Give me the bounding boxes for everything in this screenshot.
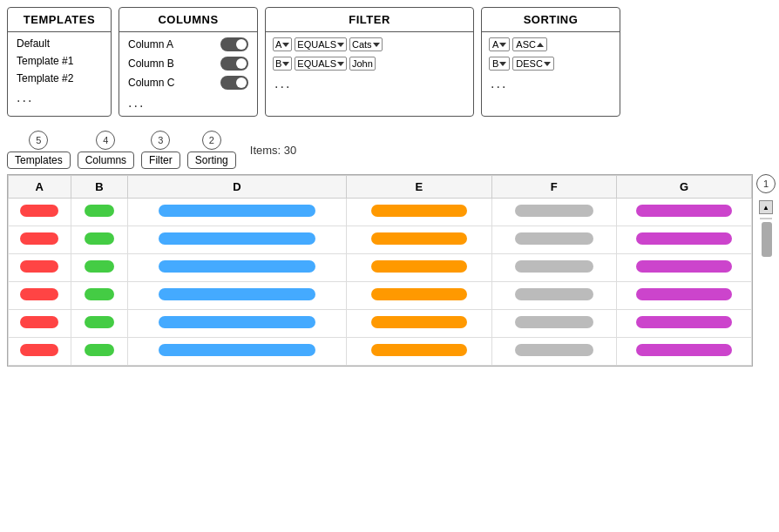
columns-panel: COLUMNS Column A Column B Column C ... — [119, 7, 258, 117]
sort-dir-1-arrow — [544, 62, 551, 66]
cell-d-4 — [159, 288, 315, 300]
step-2: 2 Sorting — [187, 131, 236, 169]
cell-f-6 — [515, 344, 593, 356]
sort-col-0-arrow — [499, 43, 506, 47]
sort-col-0[interactable]: A — [489, 37, 510, 51]
scrollbar-thumb[interactable] — [762, 222, 772, 257]
table-row — [9, 338, 752, 366]
sort-dir-0-arrow — [537, 43, 544, 47]
sort-dir-0[interactable]: ASC — [512, 37, 547, 51]
cell-g-4 — [636, 288, 732, 300]
column-c-label: Column C — [128, 77, 174, 89]
step-4-circle: 4 — [96, 131, 115, 150]
column-row-a: Column A — [125, 36, 252, 53]
panels-row: TEMPLATES Default Template #1 Template #… — [0, 0, 779, 124]
cell-f-1 — [515, 205, 593, 217]
filter-row-1: B EQUALS John — [271, 55, 468, 72]
columns-more[interactable]: ... — [125, 93, 252, 112]
filter-op-0[interactable]: EQUALS — [295, 37, 347, 51]
column-a-label: Column A — [128, 38, 173, 51]
table-row — [9, 282, 752, 310]
cell-d-5 — [159, 316, 315, 328]
column-b-toggle[interactable] — [220, 57, 248, 71]
filter-panel: FILTER A EQUALS Cats B EQUALS John ... — [265, 7, 474, 117]
filter-val-0[interactable]: Cats — [349, 37, 383, 51]
cell-d-1 — [159, 205, 315, 217]
templates-more[interactable]: ... — [13, 88, 105, 107]
col-header-f[interactable]: F — [491, 176, 616, 199]
column-a-toggle[interactable] — [220, 37, 248, 51]
col-header-b[interactable]: B — [71, 176, 128, 199]
template-item-2[interactable]: Template #2 — [13, 71, 105, 86]
sorting-more[interactable]: ... — [487, 74, 614, 93]
cell-a-6 — [20, 344, 58, 356]
cell-f-5 — [515, 316, 593, 328]
col-header-d[interactable]: D — [128, 176, 347, 199]
col-header-a[interactable]: A — [9, 176, 71, 199]
step-3-label[interactable]: Filter — [141, 152, 180, 169]
step-5: 5 Templates — [7, 131, 71, 169]
sort-col-1-arrow — [499, 62, 506, 66]
items-count: Items: 30 — [250, 144, 296, 157]
cell-e-4 — [371, 288, 467, 300]
cell-b-3 — [85, 260, 114, 273]
sort-dir-1[interactable]: DESC — [512, 57, 554, 71]
filter-val-1[interactable]: John — [349, 57, 376, 71]
table-row — [9, 199, 752, 226]
template-item-1[interactable]: Template #1 — [13, 53, 105, 69]
scrollbar-up-button[interactable]: ▲ — [759, 200, 773, 214]
step-4: 4 Columns — [78, 131, 134, 169]
table-row — [9, 310, 752, 338]
filter-op-1-arrow — [337, 62, 344, 66]
cell-e-5 — [371, 316, 467, 328]
sort-row-1: B DESC — [487, 55, 614, 72]
column-c-toggle[interactable] — [220, 76, 248, 90]
step-5-label[interactable]: Templates — [7, 152, 71, 169]
templates-panel-body: Default Template #1 Template #2 ... — [8, 32, 111, 116]
table-row — [9, 254, 752, 282]
sorting-panel-header: SORTING — [482, 8, 620, 32]
templates-panel-header: TEMPLATES — [8, 8, 111, 32]
filter-op-1[interactable]: EQUALS — [295, 57, 347, 71]
filter-row-0: A EQUALS Cats — [271, 36, 468, 53]
columns-panel-header: COLUMNS — [119, 8, 257, 32]
cell-g-6 — [636, 344, 732, 356]
filter-col-1[interactable]: B — [273, 57, 292, 71]
sort-col-1[interactable]: B — [489, 57, 510, 71]
cell-g-5 — [636, 316, 732, 328]
filter-panel-body: A EQUALS Cats B EQUALS John ... — [266, 32, 473, 116]
cell-f-2 — [515, 232, 593, 245]
filter-more[interactable]: ... — [271, 74, 468, 93]
cell-d-6 — [159, 344, 315, 356]
cell-g-3 — [636, 260, 732, 273]
data-table: A B D E F G — [8, 175, 752, 366]
cell-a-2 — [20, 232, 58, 245]
step-2-circle: 2 — [202, 131, 221, 150]
column-row-c: Column C — [125, 74, 252, 91]
scrollbar-track[interactable] — [760, 218, 772, 219]
column-b-label: Column B — [128, 57, 174, 70]
steps-row: 5 Templates 4 Columns 3 Filter 2 Sorting… — [0, 124, 779, 172]
filter-col-1-arrow — [282, 62, 289, 66]
cell-e-3 — [371, 260, 467, 273]
template-item-default[interactable]: Default — [13, 36, 105, 51]
cell-g-2 — [636, 232, 732, 245]
cell-a-3 — [20, 260, 58, 273]
cell-d-2 — [159, 232, 315, 245]
columns-panel-body: Column A Column B Column C ... — [119, 32, 257, 116]
filter-op-0-arrow — [337, 43, 344, 47]
step-1-circle: 1 — [756, 174, 776, 193]
cell-a-4 — [20, 288, 58, 300]
col-header-g[interactable]: G — [616, 176, 751, 199]
col-header-e[interactable]: E — [346, 176, 491, 199]
cell-b-4 — [85, 288, 114, 300]
cell-b-6 — [85, 344, 114, 356]
step-5-circle: 5 — [29, 131, 48, 150]
sorting-panel-body: A ASC B DESC ... — [482, 32, 620, 116]
step-4-label[interactable]: Columns — [78, 152, 134, 169]
step-3-circle: 3 — [151, 131, 170, 150]
data-table-container: A B D E F G — [7, 174, 753, 367]
step-2-label[interactable]: Sorting — [187, 152, 236, 169]
filter-col-0-arrow — [282, 43, 289, 47]
filter-col-0[interactable]: A — [273, 37, 292, 51]
